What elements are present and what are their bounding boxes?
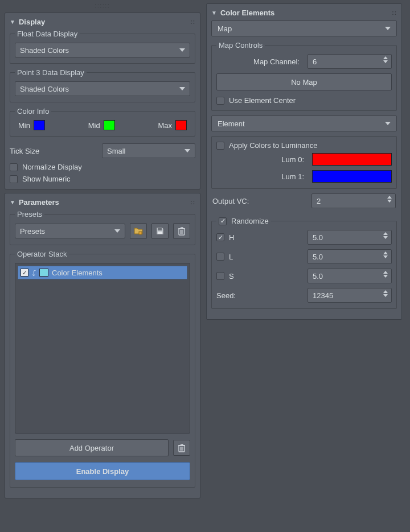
normalize-display-label: Normalize Display [22, 163, 82, 171]
luminance-group: Apply Colors to Luminance Lum 0: Lum 1: [211, 136, 397, 189]
output-vc-spinner[interactable]: 2 [311, 193, 396, 208]
point3-data-legend: Point 3 Data Display [15, 68, 87, 77]
color-elements-panel: ▼ Color Elements :: Map Map Controls Map… [206, 3, 402, 320]
apply-luminance-checkbox[interactable] [216, 142, 224, 150]
randomize-h-checkbox[interactable] [216, 233, 224, 241]
tick-size-label: Tick Size [10, 147, 95, 155]
point3-data-group: Point 3 Data Display Shaded Colors [10, 68, 195, 102]
panel-grip[interactable]: :::::: [5, 3, 200, 8]
map-controls-legend: Map Controls [216, 41, 265, 50]
float-data-group: Float Data Display Shaded Colors [10, 30, 195, 64]
float-data-dropdown[interactable]: Shaded Colors [15, 43, 190, 57]
save-preset-button[interactable] [151, 223, 169, 239]
add-operator-label: Add Operator [69, 444, 114, 452]
seed-spinner[interactable]: 12345 [308, 288, 392, 303]
lum1-label: Lum 1: [216, 172, 306, 181]
svg-rect-1 [158, 228, 162, 230]
spinner-arrows-icon[interactable] [387, 196, 392, 203]
seed-value: 12345 [313, 291, 333, 300]
color-mode-value: Map [218, 24, 232, 33]
randomize-l-label: L [229, 253, 233, 261]
color-info-legend: Color Info [15, 107, 51, 116]
element-mode-value: Element [218, 119, 245, 128]
spinner-arrows-icon[interactable] [383, 232, 388, 239]
map-channel-spinner[interactable]: 6 [308, 54, 392, 69]
spinner-arrows-icon[interactable] [383, 271, 388, 278]
normalize-display-checkbox[interactable] [10, 163, 18, 171]
randomize-l-spinner[interactable]: 5.0 [308, 249, 392, 264]
max-label: Max [158, 121, 172, 130]
min-color-swatch[interactable] [34, 120, 45, 130]
collapse-icon: ▼ [10, 19, 15, 25]
display-panel: ▼ Display :: Float Data Display Shaded C… [5, 13, 200, 189]
show-numeric-checkbox[interactable] [10, 175, 18, 183]
randomize-s-spinner[interactable]: 5.0 [308, 269, 392, 283]
chevron-down-icon [184, 149, 190, 152]
drag-handle-icon[interactable]: :: [190, 19, 195, 25]
randomize-h-label: H [229, 233, 234, 242]
svg-rect-2 [158, 232, 162, 234]
collapse-icon: ▼ [211, 10, 217, 16]
randomize-l-value: 5.0 [313, 253, 323, 261]
display-panel-header[interactable]: ▼ Display :: [10, 17, 195, 30]
presets-group: Presets Presets [10, 210, 195, 245]
operator-enabled-checkbox[interactable] [20, 269, 28, 277]
use-element-center-checkbox[interactable] [216, 97, 224, 105]
drag-handle-icon[interactable]: :: [392, 10, 397, 16]
operator-label: Color Elements [52, 269, 102, 277]
color-mode-dropdown[interactable]: Map [211, 20, 397, 36]
presets-value: Presets [20, 227, 45, 236]
tick-size-dropdown[interactable]: Small [102, 143, 195, 158]
enable-display-button[interactable]: Enable Display [15, 462, 190, 480]
operator-stack-item[interactable]: ⤴ Color Elements [18, 266, 187, 279]
color-elements-panel-header[interactable]: ▼ Color Elements :: [211, 7, 397, 20]
spinner-arrows-icon[interactable] [383, 56, 388, 63]
map-channel-value: 6 [313, 57, 317, 66]
svg-rect-0 [139, 232, 142, 234]
spinner-arrows-icon[interactable] [383, 290, 388, 297]
randomize-s-label: S [229, 272, 234, 281]
chevron-down-icon [179, 48, 185, 52]
randomize-s-checkbox[interactable] [216, 272, 224, 280]
float-data-value: Shaded Colors [20, 46, 69, 55]
randomize-legend: Randomize [231, 217, 269, 225]
drag-handle-icon[interactable]: :: [190, 199, 195, 205]
no-map-button[interactable]: No Map [216, 73, 392, 90]
load-preset-button[interactable] [130, 223, 147, 239]
operator-stack-group: Operator Stack ⤴ Color Elements Add Oper… [10, 250, 195, 488]
save-icon [155, 226, 165, 236]
output-vc-label: Output VC: [212, 197, 306, 205]
point3-data-dropdown[interactable]: Shaded Colors [15, 81, 190, 96]
lum0-color-swatch[interactable] [312, 153, 392, 166]
delete-operator-button[interactable] [173, 440, 190, 456]
map-controls-group: Map Controls Map Channel: 6 No Map Use E… [211, 41, 397, 111]
trash-icon [178, 226, 186, 236]
output-vc-value: 2 [317, 197, 321, 205]
randomize-s-value: 5.0 [313, 272, 323, 281]
randomize-checkbox[interactable] [219, 217, 227, 225]
panel-title: Display [19, 18, 45, 26]
lum1-color-swatch[interactable] [312, 170, 392, 183]
mid-color-swatch[interactable] [104, 120, 115, 130]
folder-icon [134, 226, 143, 236]
spinner-arrows-icon[interactable] [383, 251, 388, 258]
chevron-down-icon [385, 27, 391, 30]
randomize-l-checkbox[interactable] [216, 253, 224, 261]
presets-dropdown[interactable]: Presets [15, 224, 125, 238]
min-label: Min [18, 121, 30, 130]
collapse-icon: ▼ [10, 199, 15, 205]
parameters-panel-header[interactable]: ▼ Parameters :: [10, 197, 195, 210]
apply-luminance-label: Apply Colors to Luminance [229, 141, 317, 150]
map-channel-label: Map Channel: [216, 57, 302, 66]
element-mode-dropdown[interactable]: Element [211, 116, 397, 131]
delete-preset-button[interactable] [173, 223, 190, 239]
chevron-down-icon [114, 229, 120, 233]
panel-title: Color Elements [220, 9, 274, 17]
randomize-h-spinner[interactable]: 5.0 [308, 230, 392, 245]
enable-display-label: Enable Display [76, 467, 129, 476]
operator-color-swatch[interactable] [39, 269, 48, 277]
max-color-swatch[interactable] [175, 120, 187, 130]
operator-stack-list[interactable]: ⤴ Color Elements [15, 263, 190, 434]
add-operator-button[interactable]: Add Operator [15, 439, 169, 456]
float-data-legend: Float Data Display [15, 30, 80, 38]
